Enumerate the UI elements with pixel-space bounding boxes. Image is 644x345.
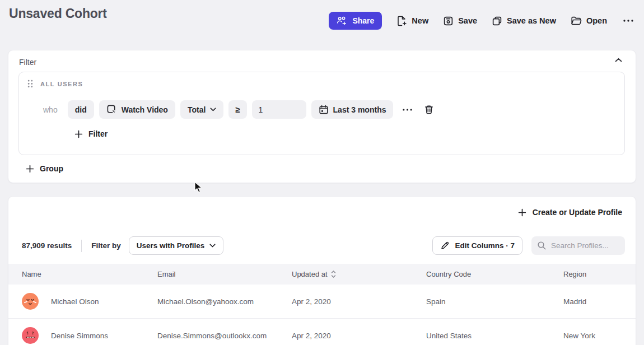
- profiles-filter-value: Users with Profiles: [137, 241, 205, 250]
- aggregation-selector[interactable]: Total: [180, 100, 223, 119]
- group-header: ALL USERS: [27, 80, 83, 88]
- calendar-icon: [319, 105, 329, 115]
- filter-panel-title: Filter: [19, 58, 36, 67]
- filter-by-label: Filter by: [91, 241, 121, 250]
- table-row[interactable]: Michael Olson Michael.Olson@yahoox.com A…: [8, 285, 636, 319]
- page-title: Unsaved Cohort: [9, 6, 107, 21]
- event-selector[interactable]: Watch Video: [99, 100, 175, 119]
- plus-icon: [74, 130, 83, 138]
- profile-country: Spain: [426, 297, 563, 306]
- header-toolbar: Share New Save Save as New: [329, 12, 635, 30]
- profile-updated: Apr 2, 2020: [292, 297, 426, 306]
- plus-icon: [518, 208, 526, 217]
- chevron-up-icon: [615, 58, 622, 63]
- delete-condition-button[interactable]: [423, 103, 435, 116]
- save-icon: [443, 16, 454, 26]
- profile-country: United States: [426, 332, 563, 340]
- create-or-update-profile-button[interactable]: Create or Update Profile: [518, 208, 622, 217]
- aggregation-selector-label: Total: [188, 105, 206, 114]
- cohort-builder-app: { "window": { "title": "Unsaved Cohort" …: [0, 0, 644, 345]
- table-body: Michael Olson Michael.Olson@yahoox.com A…: [8, 285, 636, 345]
- save-as-new-button[interactable]: Save as New: [492, 16, 556, 26]
- add-group-button[interactable]: Group: [26, 164, 63, 173]
- add-filter-button[interactable]: Filter: [74, 129, 108, 138]
- new-button-label: New: [412, 16, 428, 25]
- threshold-input[interactable]: [252, 100, 306, 119]
- pencil-icon: [440, 241, 450, 250]
- did-selector[interactable]: did: [68, 100, 94, 119]
- results-toolbar: 87,909 results Filter by Users with Prof…: [22, 236, 625, 255]
- event-selector-label: Watch Video: [122, 105, 168, 114]
- group-label: ALL USERS: [40, 81, 83, 87]
- who-label: who: [43, 105, 58, 114]
- save-as-new-button-label: Save as New: [507, 16, 556, 25]
- open-button[interactable]: Open: [571, 16, 607, 26]
- avatar: [22, 327, 39, 344]
- profile-updated: Apr 2, 2020: [292, 332, 426, 340]
- save-button-label: Save: [458, 16, 477, 25]
- date-range-selector-label: Last 3 months: [333, 105, 386, 114]
- filter-condition-row: who did Watch Video Total: [43, 100, 435, 119]
- add-filter-button-label: Filter: [88, 129, 108, 138]
- profile-name: Michael Olson: [51, 297, 99, 306]
- operator-selector[interactable]: ≥: [228, 100, 246, 119]
- drag-handle-icon[interactable]: [27, 80, 33, 88]
- operator-selector-label: ≥: [235, 105, 240, 114]
- search-profiles-input[interactable]: [551, 241, 619, 250]
- create-or-update-profile-label: Create or Update Profile: [533, 208, 622, 217]
- divider: [81, 240, 82, 252]
- new-document-icon: [396, 15, 407, 26]
- share-button[interactable]: Share: [329, 12, 382, 30]
- table-row[interactable]: Denise Simmons Denise.Simmons@outlookx.c…: [8, 319, 636, 345]
- sort-icon: [331, 271, 336, 278]
- profile-email: Michael.Olson@yahoox.com: [157, 297, 292, 306]
- column-header-name[interactable]: Name: [22, 270, 157, 278]
- plus-icon: [26, 165, 34, 173]
- event-icon: [106, 104, 117, 115]
- open-button-label: Open: [586, 16, 607, 25]
- results-count: 87,909 results: [22, 241, 72, 250]
- search-icon: [537, 241, 547, 250]
- profile-name: Denise Simmons: [51, 332, 108, 340]
- folder-icon: [571, 16, 582, 26]
- add-group-button-label: Group: [40, 164, 63, 173]
- filter-group: ALL USERS who did Watch Video Total: [18, 72, 625, 155]
- search-profiles-box[interactable]: [531, 236, 625, 255]
- chevron-down-icon: [209, 244, 216, 248]
- column-header-country-code[interactable]: Country Code: [426, 270, 563, 278]
- date-range-selector[interactable]: Last 3 months: [311, 100, 394, 119]
- condition-more-button[interactable]: [401, 107, 414, 113]
- profile-region: New York: [563, 332, 636, 340]
- table-header: Name Email Updated at Country Code Regio…: [8, 264, 636, 285]
- column-header-updated-at-label: Updated at: [292, 270, 328, 278]
- mouse-cursor: [194, 181, 203, 193]
- trash-icon: [424, 104, 434, 115]
- profiles-filter-dropdown[interactable]: Users with Profiles: [129, 236, 224, 255]
- new-button[interactable]: New: [396, 15, 428, 26]
- share-button-label: Share: [352, 16, 374, 25]
- profile-region: Madrid: [563, 297, 636, 306]
- column-header-updated-at[interactable]: Updated at: [292, 270, 426, 278]
- collapse-filter-button[interactable]: [615, 58, 622, 63]
- edit-columns-button[interactable]: Edit Columns · 7: [432, 236, 522, 255]
- chevron-down-icon: [210, 108, 216, 111]
- profile-email: Denise.Simmons@outlookx.com: [157, 332, 292, 340]
- avatar: [22, 293, 39, 310]
- copy-icon: [492, 16, 502, 26]
- filter-panel: Filter ALL USERS who did: [8, 50, 636, 183]
- results-panel: Create or Update Profile 87,909 results …: [8, 196, 636, 345]
- column-header-region[interactable]: Region: [563, 270, 636, 278]
- ellipsis-icon: [402, 108, 413, 111]
- more-actions-button[interactable]: [622, 18, 635, 24]
- ellipsis-icon: [623, 19, 634, 22]
- edit-columns-label: Edit Columns · 7: [455, 241, 515, 250]
- column-header-email[interactable]: Email: [157, 270, 292, 278]
- save-button[interactable]: Save: [443, 16, 477, 26]
- add-users-icon: [337, 16, 347, 26]
- did-selector-label: did: [75, 105, 87, 114]
